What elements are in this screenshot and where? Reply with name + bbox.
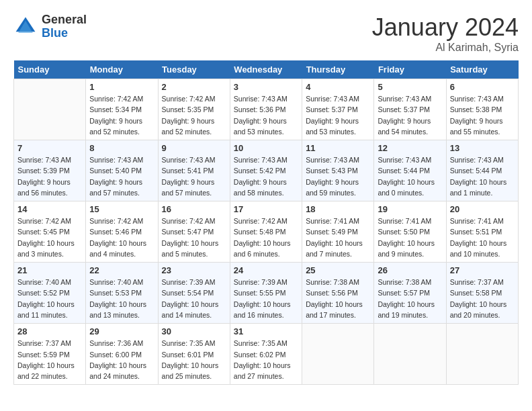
day-number: 20 (450, 204, 515, 214)
cell-info: Sunrise: 7:43 AM Sunset: 5:44 PM Dayligh… (378, 154, 442, 198)
calendar-cell: 12Sunrise: 7:43 AM Sunset: 5:44 PM Dayli… (374, 140, 446, 201)
logo-icon (13, 15, 38, 39)
header-day-monday: Monday (86, 60, 158, 79)
location: Al Karimah, Syria (372, 42, 519, 54)
calendar-week-row: 14Sunrise: 7:42 AM Sunset: 5:45 PM Dayli… (14, 201, 519, 263)
cell-info: Sunrise: 7:41 AM Sunset: 5:51 PM Dayligh… (450, 216, 515, 259)
cell-info: Sunrise: 7:43 AM Sunset: 5:36 PM Dayligh… (234, 93, 298, 137)
calendar-cell: 6Sunrise: 7:43 AM Sunset: 5:38 PM Daylig… (446, 79, 518, 140)
cell-info: Sunrise: 7:37 AM Sunset: 5:58 PM Dayligh… (450, 277, 515, 320)
cell-info: Sunrise: 7:39 AM Sunset: 5:54 PM Dayligh… (162, 277, 226, 320)
calendar-cell: 25Sunrise: 7:38 AM Sunset: 5:56 PM Dayli… (302, 263, 374, 324)
day-number: 16 (162, 204, 226, 214)
day-number: 9 (162, 143, 226, 153)
calendar-week-row: 21Sunrise: 7:40 AM Sunset: 5:52 PM Dayli… (14, 263, 519, 324)
calendar-cell: 3Sunrise: 7:43 AM Sunset: 5:36 PM Daylig… (230, 79, 302, 140)
calendar-cell (446, 324, 518, 385)
calendar-week-row: 28Sunrise: 7:37 AM Sunset: 5:59 PM Dayli… (14, 324, 519, 385)
day-number: 29 (89, 326, 154, 336)
day-number: 18 (306, 204, 370, 214)
cell-info: Sunrise: 7:43 AM Sunset: 5:40 PM Dayligh… (89, 154, 154, 198)
day-number: 11 (306, 143, 370, 153)
cell-info: Sunrise: 7:35 AM Sunset: 6:01 PM Dayligh… (162, 338, 226, 381)
header-day-saturday: Saturday (446, 60, 518, 79)
header-day-wednesday: Wednesday (230, 60, 302, 79)
cell-info: Sunrise: 7:43 AM Sunset: 5:37 PM Dayligh… (378, 93, 442, 137)
calendar-week-row: 1Sunrise: 7:42 AM Sunset: 5:34 PM Daylig… (14, 79, 519, 140)
page-header: General Blue January 2024 Al Karimah, Sy… (13, 13, 519, 54)
calendar-cell: 15Sunrise: 7:42 AM Sunset: 5:46 PM Dayli… (86, 201, 158, 263)
cell-info: Sunrise: 7:43 AM Sunset: 5:38 PM Dayligh… (450, 93, 515, 137)
calendar-cell (14, 79, 86, 140)
day-number: 15 (89, 204, 154, 214)
header-day-tuesday: Tuesday (158, 60, 230, 79)
calendar-cell: 4Sunrise: 7:43 AM Sunset: 5:37 PM Daylig… (302, 79, 374, 140)
cell-info: Sunrise: 7:42 AM Sunset: 5:45 PM Dayligh… (17, 216, 82, 259)
header-day-sunday: Sunday (14, 60, 86, 79)
cell-info: Sunrise: 7:38 AM Sunset: 5:57 PM Dayligh… (378, 277, 442, 320)
cell-info: Sunrise: 7:37 AM Sunset: 5:59 PM Dayligh… (17, 338, 82, 381)
calendar-cell: 8Sunrise: 7:43 AM Sunset: 5:40 PM Daylig… (86, 140, 158, 201)
cell-info: Sunrise: 7:42 AM Sunset: 5:35 PM Dayligh… (162, 93, 226, 137)
calendar-cell: 30Sunrise: 7:35 AM Sunset: 6:01 PM Dayli… (158, 324, 230, 385)
cell-info: Sunrise: 7:35 AM Sunset: 6:02 PM Dayligh… (234, 338, 298, 381)
calendar-cell (374, 324, 446, 385)
calendar-cell: 19Sunrise: 7:41 AM Sunset: 5:50 PM Dayli… (374, 201, 446, 263)
cell-info: Sunrise: 7:43 AM Sunset: 5:42 PM Dayligh… (234, 154, 298, 198)
day-number: 27 (450, 265, 515, 275)
logo-text: General Blue (42, 13, 87, 40)
cell-info: Sunrise: 7:43 AM Sunset: 5:44 PM Dayligh… (450, 154, 515, 198)
calendar-cell: 31Sunrise: 7:35 AM Sunset: 6:02 PM Dayli… (230, 324, 302, 385)
day-number: 4 (306, 82, 370, 92)
day-number: 8 (89, 143, 154, 153)
calendar-cell (302, 324, 374, 385)
calendar-cell: 2Sunrise: 7:42 AM Sunset: 5:35 PM Daylig… (158, 79, 230, 140)
calendar-table: SundayMondayTuesdayWednesdayThursdayFrid… (13, 60, 519, 385)
day-number: 13 (450, 143, 515, 153)
calendar-cell: 16Sunrise: 7:42 AM Sunset: 5:47 PM Dayli… (158, 201, 230, 263)
calendar-cell: 5Sunrise: 7:43 AM Sunset: 5:37 PM Daylig… (374, 79, 446, 140)
day-number: 3 (234, 82, 298, 92)
calendar-cell: 23Sunrise: 7:39 AM Sunset: 5:54 PM Dayli… (158, 263, 230, 324)
day-number: 21 (17, 265, 82, 275)
day-number: 6 (450, 82, 515, 92)
logo-blue: Blue (42, 27, 87, 40)
cell-info: Sunrise: 7:42 AM Sunset: 5:48 PM Dayligh… (234, 216, 298, 259)
calendar-cell: 20Sunrise: 7:41 AM Sunset: 5:51 PM Dayli… (446, 201, 518, 263)
day-number: 26 (378, 265, 442, 275)
header-day-friday: Friday (374, 60, 446, 79)
calendar-cell: 11Sunrise: 7:43 AM Sunset: 5:43 PM Dayli… (302, 140, 374, 201)
cell-info: Sunrise: 7:40 AM Sunset: 5:52 PM Dayligh… (17, 277, 82, 320)
day-number: 7 (17, 143, 82, 153)
logo: General Blue (13, 13, 87, 40)
day-number: 5 (378, 82, 442, 92)
calendar-cell: 21Sunrise: 7:40 AM Sunset: 5:52 PM Dayli… (14, 263, 86, 324)
cell-info: Sunrise: 7:42 AM Sunset: 5:46 PM Dayligh… (89, 216, 154, 259)
cell-info: Sunrise: 7:39 AM Sunset: 5:55 PM Dayligh… (234, 277, 298, 320)
day-number: 25 (306, 265, 370, 275)
calendar-cell: 13Sunrise: 7:43 AM Sunset: 5:44 PM Dayli… (446, 140, 518, 201)
day-number: 19 (378, 204, 442, 214)
calendar-cell: 28Sunrise: 7:37 AM Sunset: 5:59 PM Dayli… (14, 324, 86, 385)
cell-info: Sunrise: 7:38 AM Sunset: 5:56 PM Dayligh… (306, 277, 370, 320)
day-number: 1 (89, 82, 154, 92)
calendar-cell: 27Sunrise: 7:37 AM Sunset: 5:58 PM Dayli… (446, 263, 518, 324)
day-number: 2 (162, 82, 226, 92)
calendar-cell: 24Sunrise: 7:39 AM Sunset: 5:55 PM Dayli… (230, 263, 302, 324)
day-number: 30 (162, 326, 226, 336)
day-number: 31 (234, 326, 298, 336)
cell-info: Sunrise: 7:40 AM Sunset: 5:53 PM Dayligh… (89, 277, 154, 320)
calendar-cell: 17Sunrise: 7:42 AM Sunset: 5:48 PM Dayli… (230, 201, 302, 263)
cell-info: Sunrise: 7:41 AM Sunset: 5:49 PM Dayligh… (306, 216, 370, 259)
calendar-cell: 18Sunrise: 7:41 AM Sunset: 5:49 PM Dayli… (302, 201, 374, 263)
header-day-thursday: Thursday (302, 60, 374, 79)
cell-info: Sunrise: 7:41 AM Sunset: 5:50 PM Dayligh… (378, 216, 442, 259)
cell-info: Sunrise: 7:42 AM Sunset: 5:34 PM Dayligh… (89, 93, 154, 137)
day-number: 12 (378, 143, 442, 153)
day-number: 17 (234, 204, 298, 214)
calendar-cell: 26Sunrise: 7:38 AM Sunset: 5:57 PM Dayli… (374, 263, 446, 324)
title-block: January 2024 Al Karimah, Syria (372, 13, 519, 54)
logo-general: General (42, 13, 87, 27)
day-number: 10 (234, 143, 298, 153)
calendar-cell: 1Sunrise: 7:42 AM Sunset: 5:34 PM Daylig… (86, 79, 158, 140)
